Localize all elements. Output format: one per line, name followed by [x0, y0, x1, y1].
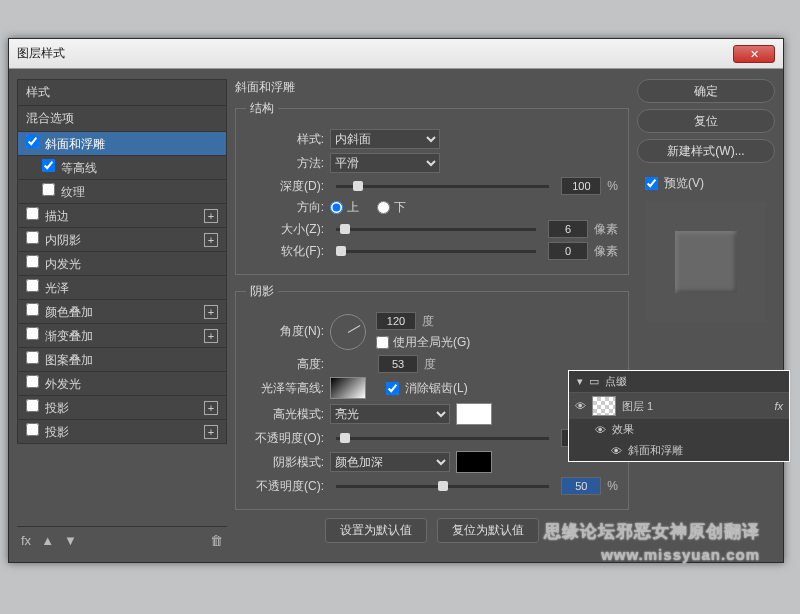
style-item-11[interactable]: 投影+ [17, 396, 227, 420]
technique-label: 方法: [246, 155, 324, 172]
style-checkbox[interactable] [26, 303, 39, 316]
cancel-button[interactable]: 复位 [637, 109, 775, 133]
fx-menu-icon[interactable]: fx [21, 533, 31, 548]
style-item-label: 纹理 [61, 185, 85, 199]
visibility-icon[interactable] [595, 424, 606, 436]
style-item-8[interactable]: 渐变叠加+ [17, 324, 227, 348]
add-effect-icon[interactable]: + [204, 425, 218, 439]
style-item-5[interactable]: 内发光 [17, 252, 227, 276]
angle-control[interactable] [330, 314, 366, 350]
size-slider[interactable] [336, 228, 536, 231]
close-button[interactable]: ✕ [733, 45, 775, 63]
style-item-3[interactable]: 描边+ [17, 204, 227, 228]
shadow-opacity-input[interactable]: 50 [561, 477, 601, 495]
style-item-label: 图案叠加 [45, 353, 93, 367]
reset-default-button[interactable]: 复位为默认值 [437, 518, 539, 543]
style-item-4[interactable]: 内阴影+ [17, 228, 227, 252]
style-label: 样式: [246, 131, 324, 148]
gloss-label: 光泽等高线: [246, 380, 324, 397]
style-checkbox[interactable] [42, 183, 55, 196]
effect-bevel-row[interactable]: 斜面和浮雕 [569, 440, 789, 461]
soften-unit: 像素 [594, 243, 618, 260]
effects-row[interactable]: 效果 [569, 419, 789, 440]
layer-thumbnail [592, 396, 616, 416]
global-light-checkbox[interactable] [376, 336, 389, 349]
shadow-opacity-slider[interactable] [336, 485, 549, 488]
size-unit: 像素 [594, 221, 618, 238]
style-item-label: 内阴影 [45, 233, 81, 247]
soften-input[interactable]: 0 [548, 242, 588, 260]
shadow-color-swatch[interactable] [456, 451, 492, 473]
highlight-mode-select[interactable]: 亮光 [330, 404, 450, 424]
add-effect-icon[interactable]: + [204, 401, 218, 415]
altitude-label: 高度: [246, 356, 324, 373]
style-checkbox[interactable] [26, 255, 39, 268]
arrow-down-icon[interactable]: ▼ [64, 533, 77, 548]
depth-label: 深度(D): [246, 178, 324, 195]
shading-legend: 阴影 [246, 283, 278, 300]
altitude-input[interactable]: 53 [378, 355, 418, 373]
style-item-label: 斜面和浮雕 [45, 137, 105, 151]
size-input[interactable]: 6 [548, 220, 588, 238]
make-default-button[interactable]: 设置为默认值 [325, 518, 427, 543]
panel-title: 斜面和浮雕 [235, 79, 629, 96]
preview-checkbox[interactable] [645, 177, 658, 190]
style-checkbox[interactable] [26, 423, 39, 436]
style-select[interactable]: 内斜面 [330, 129, 440, 149]
ok-button[interactable]: 确定 [637, 79, 775, 103]
layer-row[interactable]: 图层 1 fx [569, 393, 789, 419]
visibility-icon[interactable] [611, 445, 622, 457]
style-checkbox[interactable] [26, 279, 39, 292]
soften-slider[interactable] [336, 250, 536, 253]
blend-options-row[interactable]: 混合选项 [17, 106, 227, 132]
style-item-label: 光泽 [45, 281, 69, 295]
add-effect-icon[interactable]: + [204, 233, 218, 247]
arrow-up-icon[interactable]: ▲ [41, 533, 54, 548]
style-item-12[interactable]: 投影+ [17, 420, 227, 444]
depth-input[interactable]: 100 [561, 177, 601, 195]
highlight-opacity-slider[interactable] [336, 437, 549, 440]
dir-down-radio[interactable] [377, 201, 390, 214]
style-item-9[interactable]: 图案叠加 [17, 348, 227, 372]
style-item-2[interactable]: 纹理 [17, 180, 227, 204]
preview-label: 预览(V) [664, 175, 704, 192]
style-checkbox[interactable] [26, 231, 39, 244]
style-checkbox[interactable] [26, 207, 39, 220]
trash-icon[interactable]: 🗑 [210, 533, 223, 548]
highlight-color-swatch[interactable] [456, 403, 492, 425]
add-effect-icon[interactable]: + [204, 209, 218, 223]
style-item-7[interactable]: 颜色叠加+ [17, 300, 227, 324]
style-checkbox[interactable] [26, 327, 39, 340]
preview-box [646, 202, 766, 322]
shadow-mode-select[interactable]: 颜色加深 [330, 452, 450, 472]
layers-panel-header[interactable]: ▾ ▭ 点缀 [569, 371, 789, 393]
style-item-0[interactable]: 斜面和浮雕 [17, 132, 227, 156]
add-effect-icon[interactable]: + [204, 329, 218, 343]
technique-select[interactable]: 平滑 [330, 153, 440, 173]
new-style-button[interactable]: 新建样式(W)... [637, 139, 775, 163]
style-checkbox[interactable] [26, 375, 39, 388]
dir-up-radio[interactable] [330, 201, 343, 214]
window-title: 图层样式 [17, 45, 65, 62]
style-checkbox[interactable] [42, 159, 55, 172]
angle-input[interactable]: 120 [376, 312, 416, 330]
structure-group: 结构 样式: 内斜面 方法: 平滑 深度(D): 100 % 方向: 上 [235, 100, 629, 275]
style-item-10[interactable]: 外发光 [17, 372, 227, 396]
highlight-opacity-label: 不透明度(O): [246, 430, 324, 447]
style-item-label: 投影 [45, 425, 69, 439]
depth-unit: % [607, 179, 618, 193]
depth-slider[interactable] [336, 185, 549, 188]
style-item-6[interactable]: 光泽 [17, 276, 227, 300]
highlight-mode-label: 高光模式: [246, 406, 324, 423]
antialias-checkbox[interactable] [386, 382, 399, 395]
layer-name: 图层 1 [622, 399, 653, 414]
visibility-icon[interactable] [575, 400, 586, 412]
shadow-opacity-label: 不透明度(C): [246, 478, 324, 495]
style-checkbox[interactable] [26, 399, 39, 412]
style-checkbox[interactable] [26, 351, 39, 364]
style-checkbox[interactable] [26, 135, 39, 148]
gloss-contour-picker[interactable] [330, 377, 366, 399]
add-effect-icon[interactable]: + [204, 305, 218, 319]
style-item-1[interactable]: 等高线 [17, 156, 227, 180]
soften-label: 软化(F): [246, 243, 324, 260]
